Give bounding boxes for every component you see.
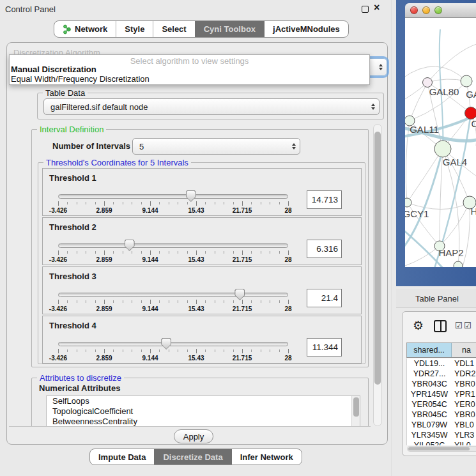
checkbox-icon[interactable]: ☑: [455, 321, 463, 330]
tab-style[interactable]: Style: [116, 21, 153, 37]
columns-icon[interactable]: [434, 320, 447, 332]
table-row[interactable]: YBR045CYBR0: [407, 410, 476, 420]
algorithm-option-equal-width-frequency-discretization[interactable]: Equal Width/Frequency Discretization: [10, 74, 369, 84]
settings-scrollbar[interactable]: [373, 124, 382, 426]
minimize-window-icon[interactable]: [422, 6, 430, 14]
checkbox-icon[interactable]: ☑: [464, 321, 472, 330]
scrollbar-thumb[interactable]: [353, 397, 359, 417]
cell-shared-name[interactable]: YIL052C: [407, 440, 452, 445]
network-edge[interactable]: [463, 203, 470, 267]
cell-name[interactable]: YER0: [452, 399, 476, 410]
table-row[interactable]: YDR27...YDR2: [407, 369, 476, 379]
network-node[interactable]: [454, 261, 463, 267]
network-graph[interactable]: GAL80GACGAL11GAL4GCY1HHAP2: [405, 18, 476, 267]
cell-shared-name[interactable]: YDL19...: [407, 358, 452, 369]
cell-shared-name[interactable]: YBR045C: [407, 410, 452, 420]
attributes-group: Attributes to discretize Numerical Attri…: [31, 378, 369, 426]
table-row[interactable]: YPR145WYPR1: [407, 389, 476, 399]
tab-jactivemnodules[interactable]: jActiveMNodules: [264, 21, 348, 37]
threshold-2-value-field[interactable]: 6.316: [307, 240, 342, 258]
cell-name[interactable]: YDR2: [452, 369, 476, 379]
cell-shared-name[interactable]: YDR27...: [407, 369, 452, 379]
scrollbar-thumb[interactable]: [408, 447, 470, 450]
threshold-1-value-field[interactable]: 14.713: [307, 190, 342, 209]
close-panel-icon[interactable]: ×: [374, 2, 380, 13]
network-node-ga[interactable]: [461, 75, 472, 87]
table-row[interactable]: YIL052CYIL0: [407, 440, 476, 445]
network-edge[interactable]: [407, 149, 443, 203]
cell-shared-name[interactable]: YER054C: [407, 399, 452, 410]
network-window-titlebar[interactable]: [405, 3, 476, 18]
network-node-gcy1[interactable]: [405, 198, 411, 207]
tab-discretize-data[interactable]: Discretize Data: [154, 449, 231, 464]
slider-track[interactable]: [58, 243, 288, 248]
numerical-attributes-list[interactable]: SelfLoopsTopologicalCoefficientBetweenne…: [46, 395, 360, 426]
tab-infer-network[interactable]: Infer Network: [231, 449, 302, 464]
num-intervals-combobox[interactable]: 5: [132, 138, 300, 155]
node-label: GAL11: [410, 124, 439, 135]
slider-track[interactable]: [58, 342, 288, 346]
threshold-3-slider[interactable]: -3.4262.8599.14415.4321.71528: [58, 293, 288, 314]
table-hscrollbar[interactable]: [407, 446, 476, 452]
tick-mark: [215, 251, 215, 254]
attribute-item-topologicalcoefficient[interactable]: TopologicalCoefficient: [47, 406, 360, 417]
tab-impute-data[interactable]: Impute Data: [90, 449, 154, 464]
threshold-4-value-field[interactable]: 11.344: [307, 338, 342, 357]
network-window[interactable]: GAL80GACGAL11GAL4GCY1HHAP2: [396, 0, 476, 286]
slider-track[interactable]: [58, 194, 288, 199]
table-row[interactable]: YLR345WYLR3: [407, 430, 476, 440]
slider-track[interactable]: [58, 293, 288, 297]
network-edge[interactable]: [405, 246, 440, 266]
network-canvas[interactable]: GAL80GACGAL11GAL4GCY1HHAP2: [405, 18, 476, 267]
table-data-combobox[interactable]: galFiltered.sif default node: [43, 98, 380, 115]
zoom-window-icon[interactable]: [434, 6, 442, 14]
threshold-2-slider[interactable]: -3.4262.8599.14415.4321.71528: [58, 243, 288, 265]
table-row[interactable]: YER054CYER0: [407, 399, 476, 410]
cell-name[interactable]: YBL0: [452, 420, 476, 430]
cell-shared-name[interactable]: YBL079W: [407, 420, 452, 430]
attribute-item-selfloops[interactable]: SelfLoops: [47, 396, 360, 406]
threshold-3-value-field[interactable]: 21.4: [307, 289, 342, 307]
scrollbar-thumb[interactable]: [374, 132, 381, 385]
gear-icon[interactable]: ⚙: [413, 318, 424, 333]
attribute-item-betweennesscentrality[interactable]: BetweennessCentrality: [47, 417, 360, 426]
cell-name[interactable]: YBR0: [452, 379, 476, 389]
cell-name[interactable]: YBR0: [452, 410, 476, 420]
cell-shared-name[interactable]: YBR043C: [407, 379, 452, 389]
table-row[interactable]: YBL079WYBL0: [407, 420, 476, 430]
tick-mark: [104, 300, 105, 304]
table-row[interactable]: YBR043CYBR0: [407, 379, 476, 389]
control-panel-tabs: NetworkStyleSelectCyni ToolboxjActiveMNo…: [54, 20, 349, 38]
tab-cyni-toolbox[interactable]: Cyni Toolbox: [195, 21, 264, 37]
network-edge[interactable]: [410, 82, 427, 121]
panel-splitter[interactable]: [391, 0, 392, 476]
cell-name[interactable]: YPR1: [452, 389, 476, 399]
tick-label: 28: [284, 355, 291, 362]
column-header-shared-name[interactable]: shared...: [407, 343, 452, 357]
cell-shared-name[interactable]: YPR145W: [407, 389, 452, 399]
network-node-c[interactable]: [465, 107, 476, 119]
network-edge-highlighted[interactable]: [405, 149, 443, 249]
network-edge[interactable]: [406, 121, 410, 203]
table-row[interactable]: YDL19...YDL1: [407, 358, 476, 369]
threshold-2-row: Threshold 2-3.4262.8599.14415.4321.71528…: [42, 217, 362, 265]
column-header-name[interactable]: na: [452, 343, 476, 357]
cell-name[interactable]: YIL0: [452, 440, 476, 445]
threshold-1-slider[interactable]: -3.4262.8599.14415.4321.71528: [58, 194, 288, 216]
float-panel-icon[interactable]: [362, 6, 369, 13]
close-window-icon[interactable]: [410, 6, 418, 14]
tab-select[interactable]: Select: [153, 21, 194, 37]
tab-network[interactable]: Network: [54, 21, 116, 37]
apply-button[interactable]: Apply: [174, 429, 213, 443]
attributes-scrollbar[interactable]: [351, 396, 360, 426]
network-node-gal4[interactable]: [434, 141, 451, 157]
cell-name[interactable]: YLR3: [452, 430, 476, 440]
cell-name[interactable]: YDL1: [452, 358, 476, 369]
threshold-1-handle[interactable]: [186, 190, 196, 202]
cell-shared-name[interactable]: YLR345W: [407, 430, 452, 440]
threshold-4-handle[interactable]: [161, 338, 171, 349]
threshold-3-handle[interactable]: [234, 289, 245, 300]
algorithm-option-manual-discretization[interactable]: Manual Discretization: [10, 65, 369, 74]
threshold-2-handle[interactable]: [125, 240, 135, 251]
threshold-4-slider[interactable]: -3.4262.8599.14415.4321.71528: [58, 342, 288, 364]
